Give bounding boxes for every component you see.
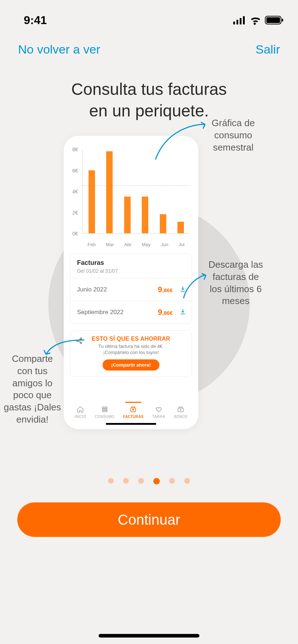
header-links: No volver a ver Salir	[0, 32, 298, 56]
svg-point-16	[180, 409, 181, 410]
svg-rect-15	[178, 408, 184, 412]
share-title: ESTO SÍ QUE ES AHORRAR	[77, 336, 185, 342]
invoice-row[interactable]: Septiembre 20229,86€	[71, 301, 191, 323]
svg-rect-6	[282, 19, 283, 22]
chart-bar	[160, 214, 166, 233]
invoice-amount: 9,86€	[158, 285, 173, 294]
share-now-button[interactable]: ¡Compartir ahora!	[103, 359, 159, 371]
title-line-2: en un periquete.	[89, 101, 209, 120]
tab-consumo[interactable]: CONSUMO	[95, 405, 114, 419]
svg-rect-2	[240, 18, 241, 24]
tab-bonos[interactable]: BONOS	[174, 405, 188, 419]
chart-y-tick: 6€	[72, 168, 78, 174]
cellular-icon	[233, 15, 246, 25]
share-card: ESTO SÍ QUE ES AHORRAR Tu última factura…	[70, 330, 192, 377]
svg-rect-13	[131, 408, 136, 412]
pagination-dot[interactable]	[153, 478, 160, 484]
arrow-chart	[151, 121, 209, 164]
os-home-indicator	[99, 634, 199, 638]
status-indicators	[233, 15, 284, 25]
invoices-card: Facturas Del 01/02 al 31/07 Junio 20229,…	[70, 254, 192, 324]
chart-x-label: Abr	[124, 242, 131, 247]
home-icon	[75, 405, 85, 413]
chart-x-labels: FebMarAbrMayJunJul	[82, 242, 190, 247]
invoices-header: Facturas Del 01/02 al 31/07	[71, 254, 191, 279]
chart-bar	[142, 197, 148, 233]
heart-icon	[154, 405, 164, 413]
svg-point-14	[133, 409, 134, 410]
annotation-download: Descarga las facturas de los últimos 6 m…	[207, 259, 265, 307]
inner-tabbar: INICIO CONSUMO FACTURAS TARIFA BONOS	[70, 402, 192, 419]
wallet-icon	[176, 405, 186, 413]
invoice-month: Septiembre 2022	[77, 309, 123, 316]
stack-icon	[100, 405, 110, 413]
tab-facturas[interactable]: FACTURAS	[123, 405, 144, 419]
chart-x-label: Jul	[179, 242, 185, 247]
share-subtitle: Tu última factura ha sido de 4€. ¡Compár…	[77, 344, 185, 356]
pagination-dots	[0, 478, 298, 484]
chart-x-label: Mar	[106, 242, 114, 247]
annotation-share: Comparte con tus amigos lo poco que gast…	[4, 353, 61, 426]
download-icon[interactable]	[179, 308, 186, 317]
invoice-icon	[128, 405, 138, 413]
chart-x-label: May	[142, 242, 151, 247]
chart-bar	[124, 197, 131, 233]
wifi-icon	[250, 15, 261, 25]
chart-y-tick: 2€	[72, 210, 78, 216]
svg-rect-3	[243, 16, 245, 24]
inner-home-indicator	[106, 423, 156, 425]
pagination-dot[interactable]	[169, 478, 175, 484]
svg-rect-5	[266, 17, 280, 23]
exit-link[interactable]: Salir	[256, 42, 280, 56]
svg-rect-1	[236, 20, 238, 24]
status-bar: 9:41	[0, 0, 298, 32]
continue-button[interactable]: Continuar	[17, 502, 281, 537]
invoice-amount: 9,86€	[158, 308, 173, 317]
page-title: Consulta tus facturas en un periquete.	[0, 56, 298, 122]
pagination-dot[interactable]	[184, 478, 190, 484]
invoice-row[interactable]: Junio 20229,86€	[71, 279, 191, 301]
tab-inicio[interactable]: INICIO	[74, 405, 86, 419]
phone-mock: 0€2€4€6€8€ FebMarAbrMayJunJul Facturas D…	[64, 136, 198, 429]
invoice-month: Junio 2022	[77, 286, 107, 293]
status-time: 9:41	[24, 14, 47, 27]
pagination-dot[interactable]	[108, 478, 114, 484]
battery-icon	[265, 15, 284, 25]
title-line-1: Consulta tus facturas	[71, 80, 227, 98]
chart-bar	[106, 151, 113, 233]
svg-rect-11	[102, 409, 107, 410]
chart-bar	[177, 222, 184, 233]
chart-y-tick: 8€	[72, 147, 78, 152]
svg-rect-12	[102, 410, 107, 411]
arrow-download	[180, 273, 209, 302]
pagination-dot[interactable]	[138, 478, 144, 484]
svg-rect-10	[102, 407, 107, 408]
dont-show-again-link[interactable]: No volver a ver	[18, 42, 100, 56]
chart-x-label: Feb	[87, 242, 95, 247]
arrow-share	[42, 338, 86, 359]
invoices-title: Facturas	[77, 259, 185, 267]
annotation-chart: Gráfica de consumo semestral	[208, 117, 258, 153]
chart-bar	[89, 170, 95, 234]
svg-rect-0	[233, 22, 235, 24]
chart-y-tick: 0€	[72, 231, 78, 236]
chart-y-tick: 4€	[72, 189, 78, 194]
pagination-dot[interactable]	[123, 478, 129, 484]
tab-tarifa[interactable]: TARIFA	[152, 405, 165, 419]
invoices-subtitle: Del 01/02 al 31/07	[77, 268, 185, 274]
chart-x-label: Jun	[161, 242, 168, 247]
